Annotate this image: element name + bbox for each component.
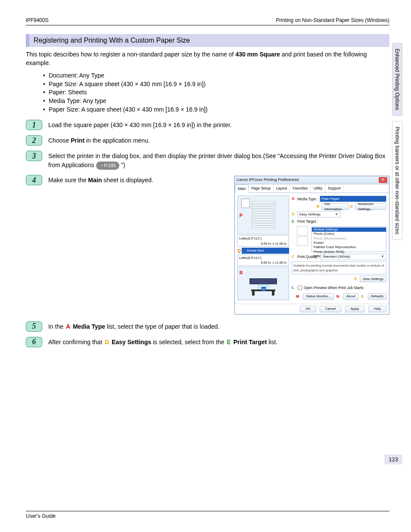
view-settings-button[interactable]: View Settings <box>360 276 386 282</box>
callout-g: G <box>354 276 358 282</box>
step-2: 2 Choose Print in the application menu. <box>26 134 389 146</box>
step-number: 1 <box>26 120 42 130</box>
status-monitor-button[interactable]: Status Monitor... <box>303 293 334 300</box>
dialog-titlebar: Canon iPFxxxx Printing Preferences ✕ <box>235 176 389 184</box>
header-right: Printing on Non-Standard Paper Sizes (Wi… <box>276 17 389 23</box>
easy-settings-select[interactable]: Easy Settings▼ <box>297 211 340 218</box>
tab-favorites[interactable]: Favorites <box>290 184 311 193</box>
spec-item: Document: Any Type <box>43 72 389 80</box>
apply-button[interactable]: Apply <box>345 306 365 312</box>
document-icon <box>241 199 250 208</box>
intro-text: This topic describes how to register a n… <box>26 50 389 67</box>
page-header: iPF9400S Printing on Non-Standard Paper … <box>26 17 389 25</box>
callout-a: A <box>292 196 296 202</box>
callout-c: C <box>350 204 354 210</box>
cancel-button[interactable]: Cancel <box>320 306 342 312</box>
printer-preferences-dialog: Canon iPFxxxx Printing Preferences ✕ Mai… <box>234 176 389 314</box>
tab-page-setup[interactable]: Page Setup <box>249 184 273 193</box>
callout-l: L <box>292 285 296 291</box>
about-button[interactable]: About <box>343 293 358 300</box>
page-ref-badge[interactable]: →P.185 <box>96 162 119 170</box>
svg-rect-4 <box>252 291 255 296</box>
tab-support[interactable]: Support <box>325 184 344 193</box>
callout-m: M <box>296 294 300 300</box>
side-tab-enhanced[interactable]: Enhanced Printing Options <box>392 43 402 116</box>
callout-q: Q <box>237 248 241 254</box>
actual-size-bar: ↓Actual Size <box>242 248 289 254</box>
open-preview-checkbox[interactable] <box>298 286 302 290</box>
chevron-down-icon: ▼ <box>381 254 384 259</box>
svg-rect-5 <box>272 291 274 296</box>
callout-s: S <box>361 294 365 300</box>
printer-preview: R ✂ <box>237 267 289 300</box>
tab-main[interactable]: Main <box>235 184 249 193</box>
side-tabs: Enhanced Printing Options Printing banne… <box>392 43 402 240</box>
spec-list: Document: Any Type Page Size: A square s… <box>43 72 389 114</box>
print-target-list[interactable]: Default Settings Photo (Color) Photo (Mo… <box>311 226 386 252</box>
callout-e: E <box>292 219 296 225</box>
spec-item: Paper Size: A square sheet (430 × 430 mm… <box>43 106 389 114</box>
step-6: 6 After confirming that D Easy Settings … <box>26 336 389 347</box>
step-number: 2 <box>26 135 42 146</box>
ok-button[interactable]: OK <box>300 306 316 312</box>
step-3: 3 Select the printer in the dialog box, … <box>26 150 389 170</box>
tab-utility[interactable]: Utility <box>311 184 325 193</box>
step-number: 5 <box>26 321 42 332</box>
source-size: Letter(8.5"x11")8.50 in. x 11.00 in. <box>237 235 289 247</box>
defaults-button[interactable]: Defaults <box>368 293 386 300</box>
dialog-footer: OK Cancel Apply Help <box>235 304 389 314</box>
step-number: 6 <box>26 337 42 347</box>
chevron-down-icon: ▼ <box>381 196 384 202</box>
spec-item: Media Type: Any type <box>43 97 389 106</box>
target-thumb <box>297 236 308 246</box>
header-left: iPF9400S <box>26 17 49 23</box>
spec-item: Page Size: A square sheet (430 × 430 mm … <box>43 80 389 89</box>
step-number: 3 <box>26 151 42 161</box>
svg-text:✂: ✂ <box>262 287 265 291</box>
dialog-tabs: Main Page Setup Layout Favorites Utility… <box>235 184 389 193</box>
description-box: Suitable for printing normal documents t… <box>292 261 386 275</box>
footer: User's Guide <box>26 511 389 519</box>
print-quality-select[interactable]: Standard (300dpi)▼ <box>321 254 386 260</box>
callout-r: R <box>240 270 243 276</box>
get-information-button[interactable]: Get Information... <box>321 203 349 210</box>
advanced-settings-button[interactable]: Advanced Settings... <box>355 203 386 210</box>
chevron-down-icon: ▼ <box>335 212 338 217</box>
side-tab-banners[interactable]: Printing banners or at other non-standar… <box>392 121 402 240</box>
callout-n: N <box>336 294 341 300</box>
output-size: Letter(8.5"x11")8.50 in. x 11.00 in. <box>237 255 289 266</box>
step-4: 4 Make sure the Main sheet is displayed.… <box>26 174 389 314</box>
step-1: 1 Load the square paper (430 × 430 mm [1… <box>26 119 389 130</box>
svg-rect-1 <box>251 279 275 283</box>
section-title: Registering and Printing With a Custom P… <box>26 34 389 47</box>
target-thumb <box>297 226 308 236</box>
tab-layout[interactable]: Layout <box>274 184 290 193</box>
callout-b: B <box>317 204 320 210</box>
callout-d: D <box>292 212 296 218</box>
page-preview: P <box>237 196 289 234</box>
close-icon[interactable]: ✕ <box>379 177 387 183</box>
help-button[interactable]: Help <box>368 306 386 312</box>
printer-icon: ✂ <box>246 271 280 296</box>
callout-f: F <box>292 254 296 260</box>
spec-item: Paper: Sheets <box>43 88 389 97</box>
callout-p: P <box>240 212 243 219</box>
step-5: 5 In the A Media Type list, select the t… <box>26 320 389 332</box>
page-number: 123 <box>384 454 402 464</box>
step-number: 4 <box>26 175 42 185</box>
